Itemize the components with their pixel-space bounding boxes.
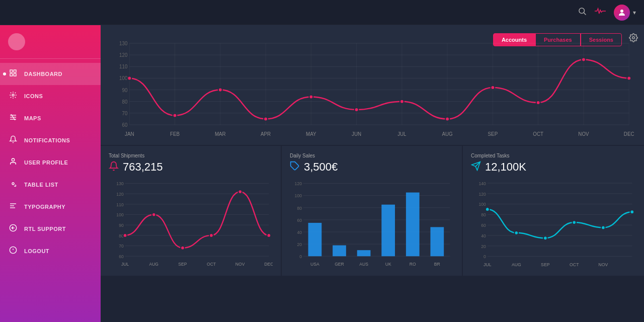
svg-text:SEP: SEP [178,262,187,267]
sidebar-label-typography: TYPOGRAPHY [24,204,65,210]
svg-text:UK: UK [385,262,391,267]
sidebar-item-notifications[interactable]: NOTIFICATIONS [0,129,101,151]
svg-point-57 [400,100,404,104]
avatar-chevron: ▾ [633,9,636,16]
svg-rect-126 [406,193,420,257]
svg-text:JUL: JUL [397,131,407,137]
svg-text:AUG: AUG [442,131,453,137]
rtl-support-icon [8,224,18,234]
svg-point-58 [445,117,449,121]
sidebar-label-table-list: TABLE LIST [24,182,58,188]
search-icon[interactable] [578,7,587,18]
svg-text:110: 110 [116,202,124,207]
sidebar-label-logout: LOGOUT [24,248,49,254]
svg-point-152 [601,226,605,230]
svg-text:GER: GER [335,262,344,267]
svg-rect-120 [333,246,346,257]
svg-rect-6 [14,73,16,76]
svg-point-12 [12,158,14,161]
svg-text:110: 110 [119,64,128,69]
svg-text:60: 60 [119,254,124,259]
avatar [614,5,630,21]
svg-point-54 [264,117,268,121]
svg-point-51 [127,76,131,80]
svg-text:BR: BR [434,262,440,267]
svg-text:130: 130 [116,181,124,186]
small-chart-1: 120100806040200USAGERAUSUKROBR [290,178,454,271]
svg-text:130: 130 [119,41,128,46]
svg-text:DEC: DEC [264,262,273,267]
svg-text:AUS: AUS [359,262,368,267]
sidebar-label-maps: MAPS [24,115,41,121]
sidebar-item-dashboard[interactable]: DASHBOARD [0,63,101,85]
send-icon [471,161,481,174]
svg-text:0: 0 [299,254,302,259]
svg-point-93 [181,246,185,250]
small-chart-2: 140120100806040200JULAUGSEPOCTNOV [471,178,636,271]
svg-rect-122 [357,250,371,256]
svg-text:NOV: NOV [598,262,608,267]
sidebar-item-maps[interactable]: MAPS [0,107,101,129]
navbar: ▾ [0,0,644,25]
avatar-wrap[interactable]: ▾ [614,5,636,21]
sidebar-logo [8,33,25,50]
svg-text:JUL: JUL [484,262,492,267]
sidebar-header [0,25,101,59]
sidebar-item-rtl-support[interactable]: RTL SUPPORT [0,218,101,240]
svg-rect-118 [308,223,322,256]
svg-point-59 [491,86,495,90]
logout-icon [8,246,18,256]
svg-line-1 [584,13,586,15]
svg-point-0 [579,8,585,14]
svg-point-150 [543,236,547,240]
svg-text:70: 70 [122,111,127,116]
svg-text:60: 60 [122,122,127,128]
svg-text:140: 140 [478,181,486,186]
svg-text:20: 20 [481,244,486,249]
svg-text:40: 40 [297,230,302,235]
bottom-card-value-2: 12,100K [471,160,636,174]
svg-text:100: 100 [295,193,302,198]
svg-text:40: 40 [481,233,486,238]
bottom-card-value-1: 3,500€ [290,160,454,174]
svg-point-151 [572,220,576,224]
sidebar-item-table-list[interactable]: TABLE LIST [0,174,101,196]
sidebar-item-user-profile[interactable]: USER PROFILE [0,151,101,174]
svg-text:DEC: DEC [624,131,634,137]
svg-text:MAR: MAR [215,131,226,137]
bottom-cards-row: Total Shipments763,215130120110100908070… [101,145,644,276]
svg-rect-3 [10,70,13,72]
bottom-card-value-0: 763,215 [109,160,273,174]
notifications-icon [8,135,18,145]
svg-point-148 [486,207,490,211]
sidebar-item-logout[interactable]: LOGOUT [0,240,101,262]
svg-point-94 [209,233,213,237]
svg-point-149 [514,231,518,235]
sidebar-label-user-profile: USER PROFILE [24,159,68,166]
svg-text:120: 120 [116,192,124,197]
svg-text:OCT: OCT [533,131,543,137]
pulse-icon[interactable] [595,7,606,18]
svg-point-61 [582,57,586,61]
sidebar-item-typography[interactable]: TYPOGRAPHY [0,196,101,218]
svg-text:100: 100 [478,202,486,207]
svg-point-52 [173,113,177,117]
svg-point-91 [123,233,127,237]
svg-text:60: 60 [297,218,302,223]
svg-rect-128 [430,227,444,256]
typography-icon [8,202,18,212]
svg-text:70: 70 [119,244,124,249]
user-profile-icon [8,157,18,168]
svg-point-153 [630,210,634,214]
svg-text:60: 60 [481,223,486,228]
sidebar-item-icons[interactable]: ICONS [0,85,101,107]
svg-text:100: 100 [119,75,128,81]
svg-text:90: 90 [122,87,127,93]
svg-text:AUG: AUG [149,262,158,267]
svg-text:120: 120 [119,52,128,58]
bottom-card-label-0: Total Shipments [109,153,273,158]
bell-icon [109,161,119,174]
bottom-card-2: Completed Tasks12,100K140120100806040200… [463,145,644,276]
performance-chart: 13012011010090807060JANFEBMARAPRMAYJUNJU… [111,38,634,139]
svg-text:SEP: SEP [541,262,550,267]
